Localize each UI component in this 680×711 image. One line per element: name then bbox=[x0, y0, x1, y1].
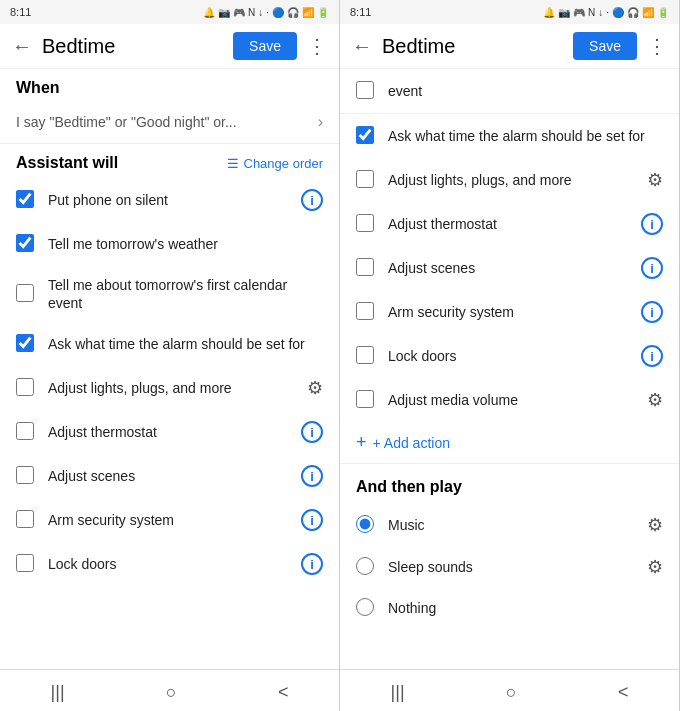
action-adjust-scenes: Adjust scenes i bbox=[0, 454, 339, 498]
gear-icon-adjust-lights[interactable]: ⚙ bbox=[307, 377, 323, 399]
action-adjust-media-r: Adjust media volume ⚙ bbox=[340, 378, 679, 422]
info-icon-lock-doors-r[interactable]: i bbox=[641, 345, 663, 367]
info-icon-adjust-thermostat[interactable]: i bbox=[301, 421, 323, 443]
more-button-left[interactable]: ⋮ bbox=[307, 34, 327, 58]
action-lock-doors-r: Lock doors i bbox=[340, 334, 679, 378]
radio-input-sleep-sounds[interactable] bbox=[356, 557, 374, 575]
checkbox-arm-security-r[interactable] bbox=[356, 302, 374, 320]
checkbox-lock-doors-r[interactable] bbox=[356, 346, 374, 364]
checkbox-adjust-thermostat-r[interactable] bbox=[356, 214, 374, 232]
reorder-icon: ☰ bbox=[227, 156, 239, 171]
action-label-adjust-scenes-r: Adjust scenes bbox=[388, 259, 633, 277]
info-icon-arm-security[interactable]: i bbox=[301, 509, 323, 531]
page-title-left: Bedtime bbox=[42, 35, 233, 58]
action-label-lock-doors-r: Lock doors bbox=[388, 347, 633, 365]
chevron-right-icon: › bbox=[318, 113, 323, 131]
content-right: event Ask what time the alarm should be … bbox=[340, 69, 679, 669]
action-label-arm-security: Arm security system bbox=[48, 511, 293, 529]
checkbox-arm-security[interactable] bbox=[16, 510, 34, 528]
action-label-adjust-thermostat: Adjust thermostat bbox=[48, 423, 293, 441]
nav-back-left[interactable]: < bbox=[258, 678, 309, 707]
gear-icon-sleep-sounds[interactable]: ⚙ bbox=[647, 556, 663, 578]
action-label-adjust-media-r: Adjust media volume bbox=[388, 391, 639, 409]
checkbox-tell-weather[interactable] bbox=[16, 234, 34, 252]
info-icon-arm-security-r[interactable]: i bbox=[641, 301, 663, 323]
nav-bar-right: ||| ○ < bbox=[340, 669, 679, 711]
info-icon-lock-doors[interactable]: i bbox=[301, 553, 323, 575]
action-label-event-r: event bbox=[388, 82, 663, 100]
action-label-tell-weather: Tell me tomorrow's weather bbox=[48, 235, 323, 253]
action-label-ask-alarm: Ask what time the alarm should be set fo… bbox=[48, 335, 323, 353]
action-label-lock-doors: Lock doors bbox=[48, 555, 293, 573]
change-order-button[interactable]: ☰ Change order bbox=[227, 156, 324, 171]
nav-home-left[interactable]: ○ bbox=[146, 678, 197, 707]
status-bar-right: 8:11 🔔 📷 🎮 N ↓ · 🔵 🎧 📶 🔋 bbox=[340, 0, 679, 24]
action-event-r: event bbox=[340, 69, 679, 113]
save-button-left[interactable]: Save bbox=[233, 32, 297, 60]
nav-home-right[interactable]: ○ bbox=[486, 678, 537, 707]
change-order-label: Change order bbox=[244, 156, 324, 171]
gear-icon-music[interactable]: ⚙ bbox=[647, 514, 663, 536]
add-action-button[interactable]: + + Add action bbox=[340, 422, 466, 463]
status-bar-left: 8:11 🔔 📷 🎮 N ↓ · 🔵 🎧 📶 🔋 bbox=[0, 0, 339, 24]
checkbox-tell-calendar[interactable] bbox=[16, 284, 34, 302]
page-title-right: Bedtime bbox=[382, 35, 573, 58]
info-icon-put-phone-silent[interactable]: i bbox=[301, 189, 323, 211]
action-tell-weather: Tell me tomorrow's weather bbox=[0, 222, 339, 266]
more-button-right[interactable]: ⋮ bbox=[647, 34, 667, 58]
action-label-adjust-scenes: Adjust scenes bbox=[48, 467, 293, 485]
action-lock-doors: Lock doors i bbox=[0, 542, 339, 586]
info-icon-adjust-scenes-r[interactable]: i bbox=[641, 257, 663, 279]
status-icons-left: 🔔 📷 🎮 N ↓ · 🔵 🎧 📶 🔋 bbox=[203, 7, 329, 18]
action-arm-security: Arm security system i bbox=[0, 498, 339, 542]
top-bar-right: ← Bedtime Save ⋮ bbox=[340, 24, 679, 69]
checkbox-ask-alarm-r[interactable] bbox=[356, 126, 374, 144]
back-button-left[interactable]: ← bbox=[12, 35, 32, 58]
action-label-adjust-thermostat-r: Adjust thermostat bbox=[388, 215, 633, 233]
trigger-row[interactable]: I say "Bedtime" or "Good night" or... › bbox=[0, 101, 339, 144]
checkbox-lock-doors[interactable] bbox=[16, 554, 34, 572]
checkbox-adjust-lights[interactable] bbox=[16, 378, 34, 396]
checkbox-adjust-media-r[interactable] bbox=[356, 390, 374, 408]
add-action-plus-icon: + bbox=[356, 432, 367, 453]
action-label-ask-alarm-r: Ask what time the alarm should be set fo… bbox=[388, 127, 663, 145]
checkbox-event-r[interactable] bbox=[356, 81, 374, 99]
radio-label-nothing: Nothing bbox=[388, 600, 663, 616]
action-label-adjust-lights-r: Adjust lights, plugs, and more bbox=[388, 171, 639, 189]
and-then-play-header: And then play bbox=[340, 464, 679, 504]
checkbox-adjust-lights-r[interactable] bbox=[356, 170, 374, 188]
back-button-right[interactable]: ← bbox=[352, 35, 372, 58]
top-bar-left: ← Bedtime Save ⋮ bbox=[0, 24, 339, 69]
action-ask-alarm-r: Ask what time the alarm should be set fo… bbox=[340, 114, 679, 158]
status-time-left: 8:11 bbox=[10, 6, 31, 18]
nav-menu-right[interactable]: ||| bbox=[371, 678, 425, 707]
action-adjust-thermostat: Adjust thermostat i bbox=[0, 410, 339, 454]
info-icon-adjust-thermostat-r[interactable]: i bbox=[641, 213, 663, 235]
radio-music: Music ⚙ bbox=[340, 504, 679, 546]
info-icon-adjust-scenes[interactable]: i bbox=[301, 465, 323, 487]
save-button-right[interactable]: Save bbox=[573, 32, 637, 60]
action-arm-security-r: Arm security system i bbox=[340, 290, 679, 334]
gear-icon-adjust-media-r[interactable]: ⚙ bbox=[647, 389, 663, 411]
action-put-phone-silent: Put phone on silent i bbox=[0, 178, 339, 222]
checkbox-adjust-scenes[interactable] bbox=[16, 466, 34, 484]
trigger-text: I say "Bedtime" or "Good night" or... bbox=[16, 114, 237, 130]
left-panel: 8:11 🔔 📷 🎮 N ↓ · 🔵 🎧 📶 🔋 ← Bedtime Save … bbox=[0, 0, 340, 711]
assistant-will-header: Assistant will ☰ Change order bbox=[0, 144, 339, 178]
nav-back-right[interactable]: < bbox=[598, 678, 649, 707]
radio-input-music[interactable] bbox=[356, 515, 374, 533]
action-adjust-lights-r: Adjust lights, plugs, and more ⚙ bbox=[340, 158, 679, 202]
checkbox-adjust-thermostat[interactable] bbox=[16, 422, 34, 440]
nav-menu-left[interactable]: ||| bbox=[31, 678, 85, 707]
radio-sleep-sounds: Sleep sounds ⚙ bbox=[340, 546, 679, 588]
radio-input-nothing[interactable] bbox=[356, 598, 374, 616]
checkbox-ask-alarm[interactable] bbox=[16, 334, 34, 352]
radio-label-sleep-sounds: Sleep sounds bbox=[388, 559, 639, 575]
assistant-will-label: Assistant will bbox=[16, 154, 118, 172]
add-action-label: + Add action bbox=[373, 435, 450, 451]
radio-nothing: Nothing bbox=[340, 588, 679, 628]
checkbox-adjust-scenes-r[interactable] bbox=[356, 258, 374, 276]
gear-icon-adjust-lights-r[interactable]: ⚙ bbox=[647, 169, 663, 191]
checkbox-put-phone-silent[interactable] bbox=[16, 190, 34, 208]
content-left: When I say "Bedtime" or "Good night" or.… bbox=[0, 69, 339, 669]
